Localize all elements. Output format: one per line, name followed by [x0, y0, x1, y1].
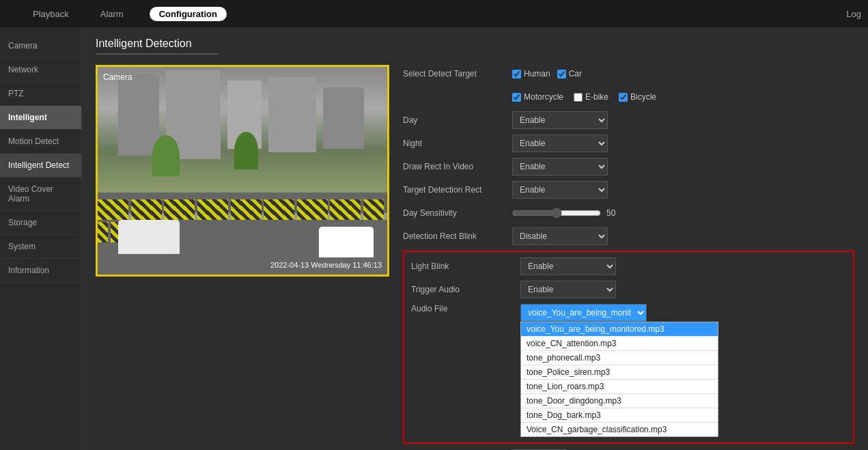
trigger-audio-label: Trigger Audio [411, 285, 520, 294]
detect-target-control2: Motorcycle E-bike Bicycle [512, 92, 854, 102]
trigger-audio-row: Trigger Audio EnableDisable [411, 281, 846, 298]
light-blink-select[interactable]: EnableDisable [520, 257, 616, 275]
audio-option-3[interactable]: tone_Police_siren.mp3 [521, 365, 718, 379]
audio-option-selected[interactable]: voice_You_are_being_monitored.mp3 [521, 322, 718, 336]
night-control: EnableDisable [512, 135, 854, 152]
settings-panel: Select Detect Target Human Car [403, 65, 854, 450]
red-border-section: Light Blink EnableDisable Trigger Audio [403, 251, 854, 444]
page-title: Intelligent Detection [96, 38, 854, 50]
detection-rect-blink-select[interactable]: DisableEnable [512, 227, 608, 245]
day-select[interactable]: EnableDisable [512, 111, 608, 129]
audio-option-5[interactable]: tone_Door_dingdong.mp3 [521, 393, 718, 408]
target-detect-rect-select[interactable]: EnableDisable [512, 181, 608, 199]
checkbox-ebike-input[interactable] [574, 93, 583, 102]
day-label: Day [403, 115, 512, 125]
building-5 [323, 87, 364, 149]
checkbox-ebike-label: E-bike [585, 92, 608, 102]
detect-target-control: Human Car [512, 69, 854, 79]
day-sensitivity-label: Day Sensitivity [403, 208, 512, 218]
audio-file-control: voice_You_are_being_monitored.mp3 voice_… [520, 304, 846, 437]
building-4 [268, 77, 316, 152]
trigger-audio-control: EnableDisable [520, 281, 846, 298]
checkbox-human-input[interactable] [512, 70, 521, 79]
fence [98, 199, 387, 220]
slider-container: 50 [512, 208, 624, 219]
checkbox-motorcycle-input[interactable] [512, 93, 521, 102]
night-label: Night [403, 139, 512, 148]
checkbox-car-label: Car [569, 69, 582, 79]
checkbox-human-label: Human [524, 69, 550, 79]
audio-select-bar: voice_You_are_being_monitored.mp3 voice_… [520, 304, 718, 322]
sidebar-item-intelligent[interactable]: Intelligent [0, 106, 81, 130]
camera-label: Camera [103, 72, 132, 82]
day-control: EnableDisable [512, 111, 854, 129]
day-sensitivity-control: 50 [512, 208, 854, 219]
nav-log[interactable]: Log [846, 9, 861, 19]
audio-option-2[interactable]: tone_phonecall.mp3 [521, 350, 718, 365]
detect-target-row: Select Detect Target Human Car [403, 65, 854, 83]
detect-target-row2: Motorcycle E-bike Bicycle [403, 88, 854, 106]
audio-option-4[interactable]: tone_Lion_roars.mp3 [521, 379, 718, 393]
audio-option-7[interactable]: Voice_CN_garbage_classification.mp3 [521, 422, 718, 436]
checkbox-ebike[interactable]: E-bike [574, 92, 608, 102]
detection-rect-blink-control: DisableEnable [512, 227, 854, 245]
audio-file-row: Audio File voice_You_are_being_monitored… [411, 304, 846, 437]
target-detect-rect-control: EnableDisable [512, 181, 854, 199]
sidebar-item-network[interactable]: Network [0, 58, 81, 82]
checkbox-motorcycle-label: Motorcycle [524, 92, 563, 102]
detection-rect-blink-row: Detection Rect Blink DisableEnable [403, 227, 854, 245]
audio-file-select[interactable]: voice_You_are_being_monitored.mp3 voice_… [520, 304, 647, 322]
detect-target-label: Select Detect Target [403, 69, 512, 79]
day-sensitivity-slider[interactable] [512, 208, 601, 219]
audio-file-label: Audio File [411, 304, 520, 313]
target-detect-rect-label: Target Detection Rect [403, 185, 512, 195]
camera-timestamp: 2022-04-13 Wednesday 11:46:13 [270, 261, 382, 269]
draw-rect-control: EnableDisable [512, 158, 854, 175]
main-content: Intelligent Detection [82, 27, 868, 450]
sidebar-item-system[interactable]: System [0, 235, 81, 259]
draw-rect-select[interactable]: EnableDisable [512, 158, 608, 175]
tree-1 [152, 135, 180, 176]
sidebar: Camera Network PTZ Intelligent Motion De… [0, 27, 82, 450]
sidebar-item-intelligent-detect[interactable]: Intelligent Detect [0, 154, 81, 178]
checkbox-bicycle-input[interactable] [619, 93, 628, 102]
checkbox-car[interactable]: Car [557, 69, 582, 79]
nav-alarm[interactable]: Alarm [95, 9, 129, 19]
nav-playback[interactable]: Playback [27, 9, 74, 19]
sidebar-item-ptz[interactable]: PTZ [0, 82, 81, 106]
day-row: Day EnableDisable [403, 111, 854, 129]
sidebar-item-motion-detect[interactable]: Motion Detect [0, 130, 81, 154]
checkbox-bicycle[interactable]: Bicycle [619, 92, 656, 102]
checkbox-human[interactable]: Human [512, 69, 550, 79]
audio-dropdown-list: voice_You_are_being_monitored.mp3 voice_… [520, 322, 718, 437]
building-1 [118, 74, 159, 156]
audio-dropdown-wrapper: voice_You_are_being_monitored.mp3 voice_… [520, 304, 718, 437]
sidebar-item-video-cover-alarm[interactable]: Video Cover Alarm [0, 178, 81, 211]
checkbox-bicycle-label: Bicycle [630, 92, 656, 102]
sidebar-item-camera[interactable]: Camera [0, 34, 81, 58]
draw-rect-label: Draw Rect In Video [403, 162, 512, 171]
sidebar-item-information[interactable]: Information [0, 259, 81, 283]
camera-preview: Camera 2022-04-13 Wednesday 11:46:13 [96, 65, 389, 277]
day-sensitivity-row: Day Sensitivity 50 [403, 204, 854, 222]
day-sensitivity-value: 50 [606, 208, 624, 218]
main-layout: Camera Network PTZ Intelligent Motion De… [0, 27, 868, 450]
car-2 [319, 227, 374, 257]
content-inner: Camera 2022-04-13 Wednesday 11:46:13 Sel… [96, 65, 854, 450]
audio-option-6[interactable]: tone_Dog_bark.mp3 [521, 408, 718, 422]
checkbox-motorcycle[interactable]: Motorcycle [512, 92, 563, 102]
night-select[interactable]: EnableDisable [512, 135, 608, 152]
audio-option-1[interactable]: voice_CN_attention.mp3 [521, 336, 718, 350]
sidebar-item-storage[interactable]: Storage [0, 211, 81, 235]
top-navigation: Playback Alarm Configuration Log [0, 0, 868, 27]
light-blink-row: Light Blink EnableDisable [411, 257, 846, 275]
light-blink-control: EnableDisable [520, 257, 846, 275]
light-blink-label: Light Blink [411, 262, 520, 271]
trigger-audio-select[interactable]: EnableDisable [520, 281, 616, 298]
title-underline [96, 53, 219, 55]
checkbox-car-input[interactable] [557, 70, 566, 79]
detection-rect-blink-label: Detection Rect Blink [403, 231, 512, 241]
car-1 [118, 220, 180, 254]
target-detect-rect-row: Target Detection Rect EnableDisable [403, 181, 854, 199]
nav-configuration[interactable]: Configuration [150, 7, 227, 21]
